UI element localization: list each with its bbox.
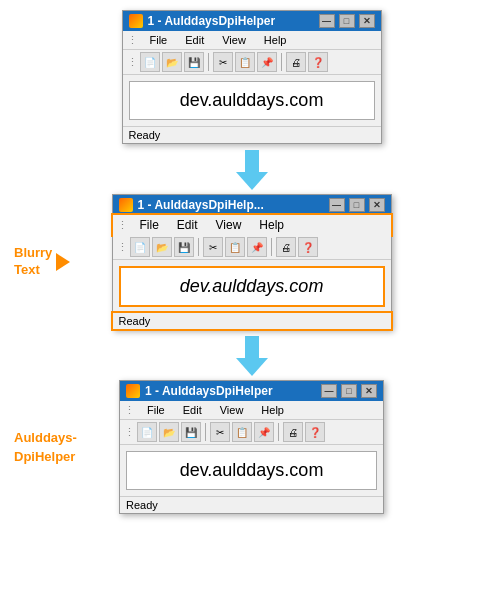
statusbar-top: Ready (123, 126, 381, 143)
content-bot: dev.aulddays.com (126, 451, 377, 490)
close-button-top[interactable]: ✕ (359, 14, 375, 28)
maximize-button-mid[interactable]: □ (349, 198, 365, 212)
status-text-bot: Ready (126, 499, 158, 511)
titlebar-bot: 1 - AulddaysDpiHelper — □ ✕ (120, 381, 383, 401)
url-text-mid: dev.aulddays.com (180, 276, 324, 296)
menu-help-mid[interactable]: Help (253, 216, 290, 234)
tb-paste-bot[interactable]: 📌 (254, 422, 274, 442)
menu-help-top[interactable]: Help (258, 32, 293, 48)
blurry-arrow-icon (56, 253, 70, 271)
menu-view-mid[interactable]: View (210, 216, 248, 234)
arrow-shaft-2 (245, 336, 259, 358)
window-bot: 1 - AulddaysDpiHelper — □ ✕ ⋮ File Edit … (119, 380, 384, 514)
window-controls-top: — □ ✕ (319, 14, 375, 28)
app-icon-mid (119, 198, 133, 212)
title-text-bot: 1 - AulddaysDpiHelper (145, 384, 321, 398)
tb-cut-mid[interactable]: ✂ (203, 237, 223, 257)
toolbar-sep1-top (208, 53, 209, 71)
menu-view-top[interactable]: View (216, 32, 252, 48)
tb-help-mid[interactable]: ❓ (298, 237, 318, 257)
title-text-top: 1 - AulddaysDpiHelper (148, 14, 319, 28)
tb-save-top[interactable]: 💾 (184, 52, 204, 72)
tb-save-bot[interactable]: 💾 (181, 422, 201, 442)
tb-new-mid[interactable]: 📄 (130, 237, 150, 257)
tb-cut-top[interactable]: ✂ (213, 52, 233, 72)
tb-print-mid[interactable]: 🖨 (276, 237, 296, 257)
menu-help-bot[interactable]: Help (255, 402, 290, 418)
minimize-button-mid[interactable]: — (329, 198, 345, 212)
menubar-bot: ⋮ File Edit View Help (120, 401, 383, 420)
title-text-mid: 1 - AulddaysDpiHelp... (138, 198, 329, 212)
arrow-shaft-1 (245, 150, 259, 172)
tb-help-top[interactable]: ❓ (308, 52, 328, 72)
maximize-button-top[interactable]: □ (339, 14, 355, 28)
tb-copy-top[interactable]: 📋 (235, 52, 255, 72)
toolbar-sep2-mid (271, 238, 272, 256)
window-controls-bot: — □ ✕ (321, 384, 377, 398)
window-mid: 1 - AulddaysDpiHelp... — □ ✕ ⋮ File Edit… (112, 194, 392, 330)
menu-file-mid[interactable]: File (134, 216, 165, 234)
tb-open-bot[interactable]: 📂 (159, 422, 179, 442)
menubar-mid: ⋮ File Edit View Help (111, 213, 393, 237)
tb-paste-mid[interactable]: 📌 (247, 237, 267, 257)
tb-print-top[interactable]: 🖨 (286, 52, 306, 72)
toolbar-bot: ⋮ 📄 📂 💾 ✂ 📋 📌 🖨 ❓ (120, 420, 383, 445)
status-text-top: Ready (129, 129, 161, 141)
menu-file-bot[interactable]: File (141, 402, 171, 418)
toolbar-sep2-top (281, 53, 282, 71)
app-icon-top (129, 14, 143, 28)
arrow-head-1 (236, 172, 268, 190)
aulddays-label-text: Aulddays-DpiHelper (14, 430, 77, 464)
toolbar-top: ⋮ 📄 📂 💾 ✂ 📋 📌 🖨 ❓ (123, 50, 381, 75)
menu-edit-mid[interactable]: Edit (171, 216, 204, 234)
aulddays-label: Aulddays-DpiHelper (14, 428, 77, 466)
arrow-head-2 (236, 358, 268, 376)
window-controls-mid: — □ ✕ (329, 198, 385, 212)
url-text-bot: dev.aulddays.com (180, 460, 324, 480)
tb-help-bot[interactable]: ❓ (305, 422, 325, 442)
toolbar-sep1-mid (198, 238, 199, 256)
tb-open-mid[interactable]: 📂 (152, 237, 172, 257)
minimize-button-bot[interactable]: — (321, 384, 337, 398)
tb-copy-bot[interactable]: 📋 (232, 422, 252, 442)
window-top: 1 - AulddaysDpiHelper — □ ✕ ⋮ File Edit … (122, 10, 382, 144)
menubar-top: ⋮ File Edit View Help (123, 31, 381, 50)
titlebar-mid: 1 - AulddaysDpiHelp... — □ ✕ (113, 195, 391, 215)
blurry-text-label: BlurryText (14, 245, 52, 279)
tb-copy-mid[interactable]: 📋 (225, 237, 245, 257)
statusbar-mid: Ready (111, 311, 393, 331)
blurry-label-text: BlurryText (14, 245, 52, 279)
close-button-mid[interactable]: ✕ (369, 198, 385, 212)
toolbar-mid: ⋮ 📄 📂 💾 ✂ 📋 📌 🖨 ❓ (113, 235, 391, 260)
menu-view-bot[interactable]: View (214, 402, 250, 418)
app-icon-bot (126, 384, 140, 398)
tb-new-bot[interactable]: 📄 (137, 422, 157, 442)
url-text-top: dev.aulddays.com (180, 90, 324, 110)
menu-file-top[interactable]: File (144, 32, 174, 48)
menu-edit-top[interactable]: Edit (179, 32, 210, 48)
tb-save-mid[interactable]: 💾 (174, 237, 194, 257)
minimize-button-top[interactable]: — (319, 14, 335, 28)
arrow-2 (236, 336, 268, 376)
arrow-1 (236, 150, 268, 190)
status-text-mid: Ready (119, 315, 151, 327)
maximize-button-bot[interactable]: □ (341, 384, 357, 398)
tb-print-bot[interactable]: 🖨 (283, 422, 303, 442)
titlebar-top: 1 - AulddaysDpiHelper — □ ✕ (123, 11, 381, 31)
content-top: dev.aulddays.com (129, 81, 375, 120)
close-button-bot[interactable]: ✕ (361, 384, 377, 398)
tb-cut-bot[interactable]: ✂ (210, 422, 230, 442)
statusbar-bot: Ready (120, 496, 383, 513)
content-mid: dev.aulddays.com (119, 266, 385, 307)
tb-new-top[interactable]: 📄 (140, 52, 160, 72)
menu-edit-bot[interactable]: Edit (177, 402, 208, 418)
toolbar-sep2-bot (278, 423, 279, 441)
toolbar-sep1-bot (205, 423, 206, 441)
tb-paste-top[interactable]: 📌 (257, 52, 277, 72)
tb-open-top[interactable]: 📂 (162, 52, 182, 72)
